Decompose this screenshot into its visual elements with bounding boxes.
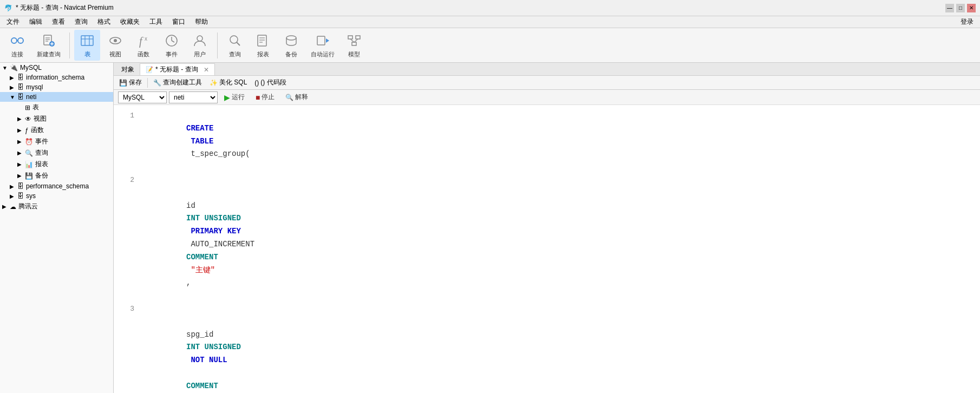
sidebar-item-performance-schema[interactable]: ▶ 🗄 performance_schema (0, 181, 113, 191)
kw-table: TABLE (186, 137, 213, 146)
window-controls[interactable]: — □ ✕ (945, 4, 976, 12)
sidebar-label: information_schema (26, 74, 84, 81)
sidebar-item-tables[interactable]: ⊞ 表 (0, 102, 113, 113)
sidebar-item-queries[interactable]: ▶ 🔍 查询 (0, 147, 113, 159)
arrow-icon: ▶ (17, 127, 25, 133)
svg-rect-24 (258, 35, 266, 46)
build-query-button[interactable]: 🔧 查询创建工具 (150, 77, 205, 88)
toolbar-sep-2 (217, 32, 218, 58)
toolbar-function[interactable]: fx 函数 (130, 30, 156, 61)
toolbar-query[interactable]: 查询 (222, 30, 248, 61)
kw-int: INT UNSIGNED (186, 214, 241, 222)
menu-help[interactable]: 帮助 (191, 16, 212, 28)
query-tab[interactable]: 📝 * 无标题 - 查询 ✕ (140, 63, 215, 75)
sidebar-label: 腾讯云 (18, 202, 38, 211)
content-area: 对象 📝 * 无标题 - 查询 ✕ 💾 保存 🔧 查询创建工具 ✨ 美化 SQL (114, 63, 980, 393)
object-tab[interactable]: 对象 (116, 63, 140, 75)
menubar: 文件 编辑 查看 查询 格式 收藏夹 工具 窗口 帮助 登录 (0, 16, 980, 28)
beautify-button[interactable]: ✨ 美化 SQL (206, 77, 250, 88)
menu-view[interactable]: 查看 (48, 16, 69, 28)
table-icon (79, 32, 96, 49)
sidebar-item-information-schema[interactable]: ▶ 🗄 information_schema (0, 73, 113, 82)
toolbar-table[interactable]: 表 (74, 30, 100, 61)
view-icon (107, 32, 124, 49)
sidebar-item-sys[interactable]: ▶ 🗄 sys (0, 191, 113, 201)
svg-point-15 (114, 39, 117, 42)
main-toolbar: 连接 新建查询 表 视图 fx 函数 事件 用户 (0, 28, 980, 63)
db-select-2[interactable]: neti (169, 91, 218, 103)
menu-favorites[interactable]: 收藏夹 (116, 16, 144, 28)
sidebar-item-views[interactable]: ▶ 👁 视图 (0, 113, 113, 125)
toolbar-view-label: 视图 (109, 50, 121, 58)
svg-rect-10 (81, 36, 93, 45)
kw-int2: INT UNSIGNED (186, 343, 241, 351)
code-snippet-button[interactable]: () () 代码段 (251, 77, 289, 88)
arrow-icon: ▶ (10, 193, 17, 199)
menu-tools[interactable]: 工具 (145, 16, 167, 28)
query-tab-label: * 无标题 - 查询 (155, 65, 198, 74)
login-button[interactable]: 登录 (956, 16, 978, 28)
toolbar-backup[interactable]: 备份 (278, 30, 304, 61)
sidebar-label: sys (26, 192, 36, 200)
db-select-1[interactable]: MySQL (118, 91, 167, 103)
sidebar-item-neti[interactable]: ▼ 🗄 neti (0, 92, 113, 102)
menu-window[interactable]: 窗口 (168, 16, 190, 28)
table-icon: ⊞ (25, 104, 30, 112)
stop-button[interactable]: ■ 停止 (251, 91, 279, 103)
code-editor[interactable]: 1 CREATE TABLE t_spec_group( 2 id INT UN… (114, 105, 980, 393)
line-num-3: 3 (118, 303, 134, 315)
menu-query[interactable]: 查询 (70, 16, 92, 28)
toolbar-new-query[interactable]: 新建查询 (32, 30, 65, 61)
sidebar-item-mysql-db[interactable]: ▶ 🗄 mysql (0, 82, 113, 92)
svg-text:f: f (139, 35, 143, 48)
close-tab-button[interactable]: ✕ (204, 66, 209, 74)
close-button[interactable]: ✕ (967, 4, 976, 12)
db-icon: 🗄 (17, 182, 24, 190)
sidebar-item-mysql[interactable]: ▼ 🔌 MySQL (0, 63, 113, 73)
toolbar-event[interactable]: 事件 (159, 30, 185, 61)
kw-comment2 (186, 369, 191, 377)
toolbar-autorun[interactable]: 自动运行 (306, 30, 339, 61)
toolbar-view[interactable]: 视图 (102, 30, 128, 61)
save-button[interactable]: 💾 保存 (116, 77, 145, 88)
sidebar: ▼ 🔌 MySQL ▶ 🗄 information_schema ▶ 🗄 mys… (0, 63, 114, 393)
comma1: , (186, 278, 191, 287)
menu-edit[interactable]: 编辑 (25, 16, 47, 28)
run-icon: ▶ (224, 93, 230, 102)
run-button[interactable]: ▶ 运行 (220, 91, 249, 103)
col-spg: spg_id (186, 330, 218, 339)
toolbar-new-query-label: 新建查询 (37, 50, 61, 58)
maximize-button[interactable]: □ (956, 4, 965, 12)
toolbar-query-label: 查询 (229, 50, 241, 58)
sidebar-item-backups[interactable]: ▶ 💾 备份 (0, 170, 113, 181)
main-layout: ▼ 🔌 MySQL ▶ 🗄 information_schema ▶ 🗄 mys… (0, 63, 980, 393)
explain-button[interactable]: 🔍 解释 (281, 91, 312, 103)
menu-file[interactable]: 文件 (2, 16, 24, 28)
toolbar-user[interactable]: 用户 (187, 30, 213, 61)
db-icon: 🗄 (17, 192, 24, 200)
sidebar-item-reports[interactable]: ▶ 📊 报表 (0, 159, 113, 170)
arrow-icon: ▶ (10, 75, 17, 81)
svg-point-22 (230, 36, 238, 43)
sidebar-item-events[interactable]: ▶ ⏰ 事件 (0, 136, 113, 147)
run-label: 运行 (232, 93, 245, 102)
minimize-button[interactable]: — (945, 4, 954, 12)
sidebar-label: 事件 (35, 137, 48, 146)
backup-icon: 💾 (25, 172, 33, 180)
code-line-3: 3 spg_id INT UNSIGNED NOT NULL COMMENT "… (114, 303, 980, 393)
arrow-icon: ▼ (2, 65, 10, 71)
object-tab-label: 对象 (121, 65, 134, 74)
sidebar-item-tencent[interactable]: ▶ ☁ 腾讯云 (0, 201, 113, 212)
arrow-icon: ▶ (17, 161, 25, 167)
window-title: * 无标题 - 查询 - Navicat Premium (16, 3, 114, 12)
toolbar-model[interactable]: 模型 (341, 30, 367, 61)
sidebar-label: mysql (26, 83, 43, 91)
report-icon (254, 32, 272, 49)
menu-format[interactable]: 格式 (93, 16, 115, 28)
beautify-icon: ✨ (210, 79, 218, 87)
kw-pk: PRIMARY KEY (186, 227, 241, 235)
toolbar-report[interactable]: 报表 (250, 30, 276, 61)
sidebar-label: 查询 (35, 148, 48, 158)
sidebar-item-functions[interactable]: ▶ ƒ 函数 (0, 125, 113, 136)
toolbar-connect[interactable]: 连接 (4, 30, 30, 61)
